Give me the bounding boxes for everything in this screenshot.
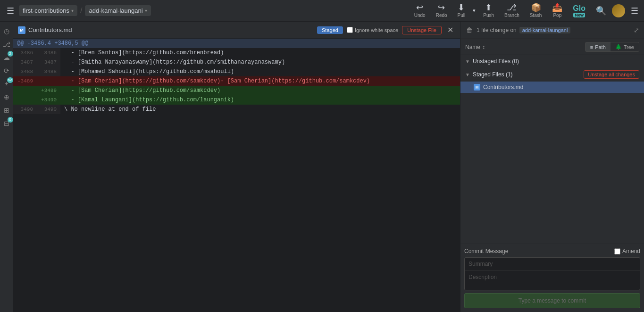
path-label: Path — [595, 44, 606, 50]
sidebar-item-submodules[interactable]: ⊟ 0 — [1, 118, 12, 129]
line-num-left: 3490 — [13, 105, 37, 114]
line-num-left — [13, 95, 37, 105]
sidebar-item-history[interactable]: ◷ — [1, 25, 12, 37]
redo-button[interactable]: ↪ Redo — [431, 1, 452, 20]
staged-section-header[interactable]: ▼ Staged Files (1) Unstage all changes — [460, 67, 644, 82]
pop-button[interactable]: 📤 Pop — [547, 1, 567, 20]
redo-label: Redo — [436, 13, 447, 18]
unstage-all-button[interactable]: Unstage all changes — [584, 70, 639, 79]
menu-button[interactable]: ☰ — [629, 4, 640, 18]
diff-content[interactable]: @@ -3486,4 +3486,5 @@ 3486 3486 - [Bren … — [13, 39, 460, 312]
ignore-whitespace-label: Ignore white space — [355, 27, 398, 33]
expand-panel-button[interactable]: ⤢ — [634, 26, 639, 34]
path-separator: / — [80, 7, 82, 15]
amend-checkbox[interactable] — [614, 248, 620, 255]
diff-filename-text: Contributors.md — [28, 26, 72, 33]
tree-view-button[interactable]: 🌲 Tree — [611, 42, 639, 51]
pull-icon: ⬇ — [458, 3, 465, 12]
branch-toolbar-icon: ⎇ — [507, 3, 517, 12]
file-changes-text: 1 file change on — [477, 27, 517, 33]
undo-icon: ↩ — [416, 3, 423, 12]
unstaged-arrow-icon: ▼ — [465, 59, 470, 64]
sidebar-toggle-button[interactable]: ☰ — [4, 1, 17, 20]
commit-button[interactable]: Type a message to commit — [464, 293, 640, 308]
view-toggle: ≡ Path 🌲 Tree — [585, 42, 639, 52]
table-row: 3488 3488 - [Mohamed Sahouli](https://gi… — [13, 67, 460, 76]
commit-description-placeholder[interactable]: Description — [465, 271, 640, 290]
line-num-left — [13, 86, 37, 95]
submodules-badge: 0 — [8, 117, 13, 123]
amend-label-text: Amend — [622, 248, 640, 255]
unstaged-section-header[interactable]: ▼ Unstaged Files (0) — [460, 55, 644, 67]
ignore-whitespace-checkbox[interactable] — [347, 27, 353, 33]
staged-file-icon: M — [474, 84, 480, 90]
sidebar-item-stash[interactable]: ⊕ — [1, 91, 12, 103]
commit-message-title: Commit Message — [464, 248, 508, 255]
toolbar-actions: ↩ Undo ↪ Redo ⬇ Pull ▾ ⬆ Push ⎇ Branch 📦… — [410, 1, 590, 20]
close-diff-button[interactable]: ✕ — [445, 25, 455, 35]
unstaged-label: Unstaged Files (0) — [473, 58, 519, 65]
ignore-whitespace: Ignore white space — [347, 27, 398, 33]
table-row: 3487 3487 - [Smitha Narayanaswamy](https… — [13, 57, 460, 67]
line-num-right: 3486 — [37, 48, 60, 57]
line-num-right: 3487 — [37, 57, 60, 67]
sidebar-item-remotes[interactable]: ⟳ — [1, 65, 12, 76]
undo-button[interactable]: ↩ Undo — [410, 1, 430, 20]
line-num-left: 3487 — [13, 57, 37, 67]
main-area: ◷ ⎇ ☁ 2 ⟳ ± 52 ⊕ ⊞ ⊟ 0 M Contributors.md… — [0, 22, 644, 312]
sidebar-item-tags[interactable]: ⊞ — [1, 105, 12, 116]
pop-icon: 📤 — [552, 3, 562, 12]
sidebar-toggle-icon: ☰ — [7, 7, 14, 15]
branch-selector[interactable]: add-kamal-laungani ▾ — [85, 5, 151, 16]
file-changes-header: 🗑 1 file change on add-kamal-laungani ⤢ — [460, 22, 644, 39]
sidebar-item-changes[interactable]: ± 52 — [1, 78, 12, 90]
diff-filename: M Contributors.md — [18, 26, 72, 34]
line-num-right: +3489 — [37, 86, 60, 95]
commit-summary-placeholder[interactable]: Summary — [465, 258, 640, 271]
stash-button[interactable]: 📦 Stash — [525, 1, 547, 20]
glo-label: Glo — [573, 4, 585, 13]
name-sort-button[interactable]: Name ↕ — [465, 44, 485, 50]
table-row: 3490 3490 \ No newline at end of file — [13, 105, 460, 114]
staged-label: Staged Files (1) — [473, 71, 513, 78]
branch-name: add-kamal-laungani — [89, 7, 142, 14]
stash-label: Stash — [530, 13, 542, 18]
discard-all-button[interactable]: 🗑 — [465, 25, 474, 35]
push-button[interactable]: ⬆ Push — [478, 1, 499, 20]
toolbar: ☰ first-contributions ▾ / add-kamal-laun… — [0, 0, 644, 22]
branch-button[interactable]: ⎇ Branch — [500, 1, 524, 20]
path-view-button[interactable]: ≡ Path — [585, 42, 611, 51]
changes-badge: 52 — [7, 77, 13, 83]
diff-meta-line: @@ -3486,4 +3486,5 @@ — [13, 39, 460, 48]
unstage-file-button[interactable]: Unstage File — [402, 26, 442, 34]
glo-new-badge: New — [573, 13, 585, 17]
pull-dropdown-icon: ▾ — [473, 8, 476, 14]
list-item[interactable]: M Contributors.md — [460, 82, 644, 93]
name-sort-label: Name — [465, 44, 480, 50]
staged-badge: Staged — [317, 26, 343, 34]
right-panel: 🗑 1 file change on add-kamal-laungani ⤢ … — [460, 22, 644, 312]
glo-button[interactable]: Glo New — [568, 3, 590, 18]
repo-name: first-contributions — [23, 7, 69, 14]
sidebar-item-cloud[interactable]: ☁ 2 — [1, 52, 12, 63]
staged-file-name: Contributors.md — [483, 84, 523, 90]
search-button[interactable]: 🔍 — [594, 4, 608, 18]
amend-checkbox-label[interactable]: Amend — [614, 248, 640, 255]
avatar[interactable] — [612, 4, 625, 17]
line-num-right: 3490 — [37, 105, 60, 114]
repo-chevron-icon: ▾ — [71, 8, 74, 13]
redo-icon: ↪ — [438, 3, 445, 12]
line-num-right — [37, 76, 60, 86]
branch-name-badge: add-kamal-laungani — [519, 27, 571, 33]
repo-selector[interactable]: first-contributions ▾ — [19, 5, 77, 16]
pull-dropdown-button[interactable]: ▾ — [471, 1, 477, 20]
sidebar-item-branches[interactable]: ⎇ — [1, 39, 12, 50]
table-row: -3489 - [Sam Cherian](https://github.com… — [13, 76, 460, 86]
path-icon: ≡ — [590, 44, 593, 50]
pull-button[interactable]: ⬇ Pull — [453, 1, 470, 20]
line-content: - [Kamal Laungani](https://github.com/la… — [60, 95, 460, 105]
sort-icon: ↕ — [482, 44, 485, 50]
diff-header: M Contributors.md Staged Ignore white sp… — [13, 22, 460, 39]
push-label: Push — [483, 13, 494, 18]
name-path-header: Name ↕ ≡ Path 🌲 Tree — [460, 39, 644, 55]
